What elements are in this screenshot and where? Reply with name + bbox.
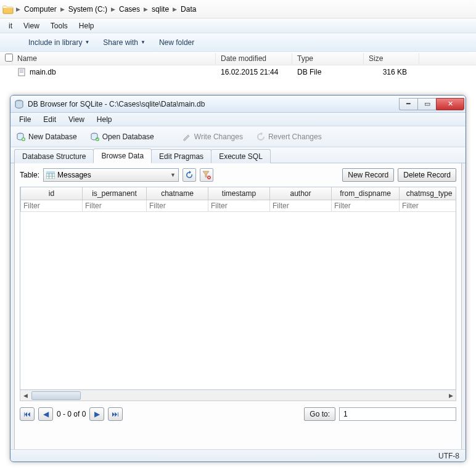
- horizontal-scrollbar[interactable]: ◀ ▶: [20, 390, 456, 401]
- menu-view[interactable]: View: [62, 114, 91, 125]
- tab-execute-sql[interactable]: Execute SQL: [211, 149, 271, 163]
- chevron-right-icon: ▶: [16, 6, 20, 12]
- chevron-right-icon: ▶: [173, 6, 177, 12]
- minimize-button[interactable]: ━: [399, 98, 417, 110]
- maximize-button[interactable]: ▭: [417, 98, 436, 110]
- database-open-icon: [91, 132, 99, 141]
- scroll-left-icon[interactable]: ◀: [20, 391, 30, 401]
- menu-file[interactable]: File: [13, 114, 37, 125]
- col-is-permanent[interactable]: is_permanent: [83, 187, 147, 200]
- menu-view[interactable]: View: [18, 20, 44, 31]
- breadcrumb[interactable]: ▶ Computer ▶ System (C:) ▶ Cases ▶ sqlit…: [16, 4, 199, 15]
- svg-rect-1: [20, 70, 23, 70]
- clear-filters-button[interactable]: [200, 168, 213, 182]
- last-page-button[interactable]: ⏭: [108, 407, 123, 421]
- explorer-menubar: it View Tools Help: [0, 18, 476, 33]
- breadcrumb-segment[interactable]: Cases: [117, 4, 142, 15]
- filter-from-dispname[interactable]: [332, 200, 399, 211]
- filter-chatname[interactable]: [147, 200, 208, 211]
- col-chatname[interactable]: chatname: [147, 187, 208, 200]
- data-grid: id is_permanent chatname timestamp autho…: [20, 187, 456, 390]
- menu-edit[interactable]: it: [4, 20, 17, 31]
- revert-icon: [256, 132, 265, 141]
- menu-tools[interactable]: Tools: [46, 20, 73, 31]
- col-id[interactable]: id: [21, 187, 83, 200]
- checkbox-column[interactable]: [0, 52, 12, 65]
- breadcrumb-bar: ▶ Computer ▶ System (C:) ▶ Cases ▶ sqlit…: [0, 0, 476, 18]
- close-button[interactable]: ✕: [436, 98, 464, 110]
- window-title: DB Browser for SQLite - C:\Cases\sqlite\…: [28, 100, 399, 108]
- file-row[interactable]: main.db 16.02.2015 21:44 DB File 316 KB: [0, 65, 476, 79]
- filter-chatmsg-type[interactable]: [400, 200, 456, 211]
- app-menubar: File Edit View Help: [10, 113, 466, 126]
- share-with-button[interactable]: Share with▼: [98, 36, 150, 49]
- svg-rect-14: [46, 171, 55, 173]
- refresh-icon: [185, 171, 194, 179]
- app-icon: [14, 99, 24, 109]
- menu-help[interactable]: Help: [91, 114, 118, 125]
- new-database-button[interactable]: New Database: [14, 131, 80, 142]
- db-browser-window: DB Browser for SQLite - C:\Cases\sqlite\…: [10, 95, 466, 462]
- menu-help[interactable]: Help: [74, 20, 99, 31]
- scroll-thumb[interactable]: [31, 391, 81, 400]
- svg-rect-2: [20, 71, 23, 71]
- refresh-button[interactable]: [183, 168, 196, 182]
- col-from-dispname[interactable]: from_dispname: [332, 187, 400, 200]
- file-size: 316 KB: [364, 67, 419, 78]
- tab-database-structure[interactable]: Database Structure: [14, 149, 94, 163]
- chevron-right-icon: ▶: [111, 6, 115, 12]
- titlebar[interactable]: DB Browser for SQLite - C:\Cases\sqlite\…: [10, 96, 466, 113]
- next-page-button[interactable]: ▶: [89, 407, 104, 421]
- col-timestamp[interactable]: timestamp: [208, 187, 270, 200]
- goto-input[interactable]: [339, 407, 456, 421]
- col-author[interactable]: author: [270, 187, 332, 200]
- write-changes-button[interactable]: Write Changes: [180, 131, 245, 142]
- table-selected-name: Messages: [57, 171, 91, 179]
- new-record-button[interactable]: New Record: [342, 168, 394, 182]
- column-size[interactable]: Size: [364, 53, 419, 64]
- grid-filter-row: [20, 200, 456, 212]
- file-date: 16.02.2015 21:44: [216, 67, 292, 78]
- svg-rect-3: [20, 72, 23, 73]
- include-in-library-button[interactable]: Include in library▼: [23, 36, 94, 49]
- filter-id[interactable]: [21, 200, 82, 211]
- tab-browse-data[interactable]: Browse Data: [93, 149, 152, 163]
- tabstrip: Database Structure Browse Data Edit Prag…: [10, 147, 466, 163]
- table-icon: [46, 171, 55, 179]
- col-chatmsg-type[interactable]: chatmsg_type: [400, 187, 456, 200]
- tab-edit-pragmas[interactable]: Edit Pragmas: [151, 149, 211, 163]
- table-select[interactable]: Messages ▼: [43, 168, 179, 182]
- menu-edit[interactable]: Edit: [37, 114, 62, 125]
- scroll-right-icon[interactable]: ▶: [446, 391, 456, 401]
- first-page-button[interactable]: ⏮: [20, 407, 35, 421]
- explorer-toolbar: Include in library▼ Share with▼ New fold…: [0, 33, 476, 52]
- file-type: DB File: [292, 67, 364, 78]
- chevron-right-icon: ▶: [144, 6, 148, 12]
- pager-text: 0 - 0 of 0: [57, 410, 86, 418]
- tab-body: Table: Messages ▼ New Record Delete Reco…: [14, 163, 462, 452]
- chevron-down-icon: ▼: [170, 172, 176, 178]
- statusbar: UTF-8: [10, 449, 466, 462]
- revert-changes-button[interactable]: Revert Changes: [254, 131, 324, 142]
- breadcrumb-segment[interactable]: System (C:): [66, 4, 110, 15]
- breadcrumb-segment[interactable]: Computer: [22, 4, 59, 15]
- breadcrumb-segment[interactable]: sqlite: [149, 4, 171, 15]
- folder-icon: [2, 4, 14, 14]
- column-name[interactable]: Name: [12, 53, 216, 64]
- file-name: main.db: [30, 68, 56, 76]
- funnel-delete-icon: [202, 171, 211, 179]
- breadcrumb-segment[interactable]: Data: [178, 4, 199, 15]
- filter-author[interactable]: [270, 200, 331, 211]
- new-folder-button[interactable]: New folder: [154, 36, 199, 49]
- column-type[interactable]: Type: [292, 53, 364, 64]
- prev-page-button[interactable]: ◀: [38, 407, 53, 421]
- filter-timestamp[interactable]: [208, 200, 269, 211]
- encoding-label: UTF-8: [438, 452, 459, 460]
- database-new-icon: [17, 132, 25, 141]
- filter-is-permanent[interactable]: [83, 200, 146, 211]
- goto-button[interactable]: Go to:: [304, 407, 335, 421]
- column-date[interactable]: Date modified: [216, 53, 292, 64]
- app-toolbar: New Database Open Database Write Changes…: [10, 126, 466, 147]
- delete-record-button[interactable]: Delete Record: [398, 168, 456, 182]
- open-database-button[interactable]: Open Database: [88, 131, 157, 142]
